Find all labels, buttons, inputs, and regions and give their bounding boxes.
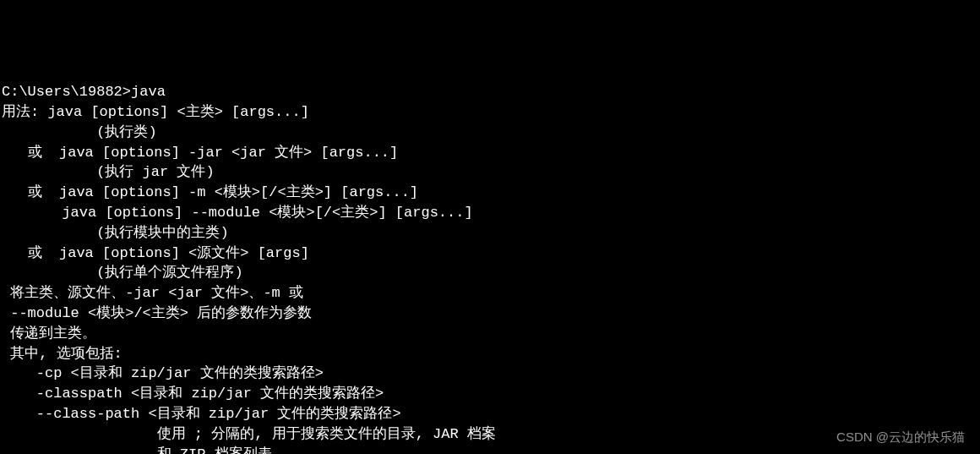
terminal-line: 用法: java [options] <主类> [args...]	[2, 102, 980, 123]
terminal-line: 和 ZIP 档案列表。	[2, 445, 980, 454]
watermark-text: CSDN @云边的快乐猫	[836, 428, 965, 446]
terminal-line: 或 java [options] -m <模块>[/<主类>] [args...…	[2, 183, 980, 203]
terminal-line: (执行类)	[2, 123, 980, 143]
terminal-line: -cp <目录和 zip/jar 文件的类搜索路径>	[2, 364, 980, 384]
terminal-line: C:\Users\19882>java	[2, 82, 980, 102]
terminal-line: --class-path <目录和 zip/jar 文件的类搜索路径>	[2, 404, 980, 424]
terminal-line: -classpath <目录和 zip/jar 文件的类搜索路径>	[2, 384, 980, 404]
terminal-line: 将主类、源文件、-jar <jar 文件>、-m 或	[2, 283, 980, 304]
terminal-line: (执行单个源文件程序)	[2, 263, 980, 283]
terminal-line: 或 java [options] <源文件> [args]	[2, 243, 980, 264]
terminal-line: --module <模块>/<主类> 后的参数作为参数	[2, 304, 980, 324]
terminal-line: (执行 jar 文件)	[2, 162, 980, 183]
terminal-line: (执行模块中的主类)	[2, 223, 980, 243]
terminal-line: 其中, 选项包括:	[2, 344, 980, 364]
terminal-line: 使用 ; 分隔的, 用于搜索类文件的目录, JAR 档案	[2, 424, 980, 445]
terminal-line: 传递到主类。	[2, 324, 980, 344]
terminal-line: java [options] --module <模块>[/<主类>] [arg…	[2, 203, 980, 223]
terminal-output[interactable]: C:\Users\19882>java用法: java [options] <主…	[2, 82, 980, 454]
terminal-line: 或 java [options] -jar <jar 文件> [args...]	[2, 143, 980, 163]
